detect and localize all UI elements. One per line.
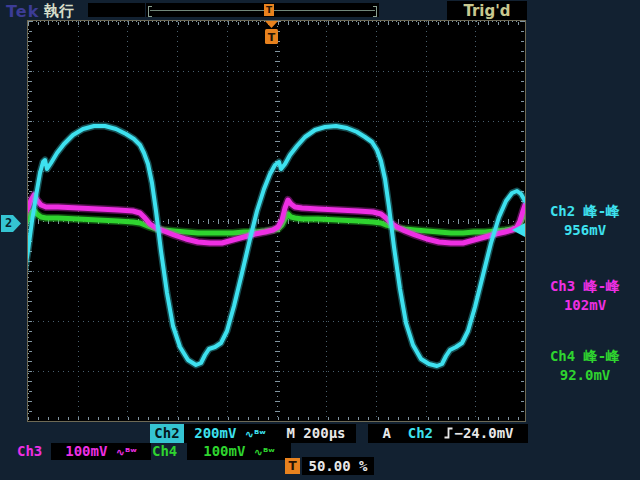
tek-logo: Tek <box>6 2 39 21</box>
rising-edge-icon <box>443 425 454 440</box>
trigger-readout: A Ch2 −24.0mV <box>368 424 528 443</box>
record-view-right-bracket <box>373 6 377 17</box>
measurement-title: Ch2 峰-峰 <box>532 202 638 221</box>
ch3-scale-readout: 100mV ∿ᴮʷ <box>51 443 151 460</box>
oscilloscope-screen: { "header": { "logo": "Tek", "acq_status… <box>0 0 640 480</box>
ch2-channel-badge: Ch2 <box>150 424 184 443</box>
ch4-channel-label: Ch4 <box>152 443 186 460</box>
menu-blank-area <box>88 3 145 17</box>
measurement-title: Ch4 峰-峰 <box>532 347 638 366</box>
svg-text:T: T <box>268 31 276 44</box>
horizontal-trigger-icon: T <box>285 458 300 474</box>
trigger-status-box: Trig'd <box>447 1 527 20</box>
ch2-position-marker: 2 <box>1 215 21 232</box>
timebase-value: 200μs <box>303 425 345 441</box>
trigger-level: −24.0mV <box>455 425 514 441</box>
ch3-scale-value: 100mV <box>65 443 107 459</box>
ch2-coupling-icon: ∿ᴮʷ <box>245 428 266 441</box>
ch4-scale-value: 100mV <box>203 443 245 459</box>
timebase-readout: M 200μs <box>276 424 356 443</box>
record-view-left-bracket <box>148 6 152 17</box>
ch3-channel-label: Ch3 <box>17 443 51 460</box>
measurement-ch3-pkpk: Ch3 峰-峰 102mV <box>532 277 638 315</box>
ch3-coupling-icon: ∿ᴮʷ <box>116 446 137 459</box>
ch4-coupling-icon: ∿ᴮʷ <box>254 446 275 459</box>
timebase-label: M <box>286 425 294 441</box>
graticule-screen: T <box>27 20 526 422</box>
measurement-ch2-pkpk: Ch2 峰-峰 956mV <box>532 202 638 240</box>
trigger-source: Ch2 <box>408 425 433 441</box>
record-view-bar: T <box>146 3 379 17</box>
measurement-value: 956mV <box>532 221 638 240</box>
ch2-scale-readout: 200mV ∿ᴮʷ <box>184 424 276 443</box>
record-view-line <box>150 10 375 11</box>
ch4-scale-readout: 100mV ∿ᴮʷ <box>187 443 291 460</box>
measurement-value: 92.0mV <box>532 366 638 385</box>
ch2-scale-value: 200mV <box>194 425 236 441</box>
record-trigger-position-icon: T <box>264 4 274 16</box>
acquisition-status: 執行 <box>44 2 74 21</box>
waveform-layer <box>28 126 525 366</box>
waveform-display: T <box>28 21 525 421</box>
measurement-title: Ch3 峰-峰 <box>532 277 638 296</box>
trigger-mode: A <box>382 425 390 441</box>
horizontal-position-readout: 50.00 % <box>302 457 374 475</box>
measurement-ch4-pkpk: Ch4 峰-峰 92.0mV <box>532 347 638 385</box>
trigger-position-marker: T <box>265 21 278 44</box>
trigger-status-label: Trig'd <box>463 2 510 20</box>
measurement-value: 102mV <box>532 296 638 315</box>
